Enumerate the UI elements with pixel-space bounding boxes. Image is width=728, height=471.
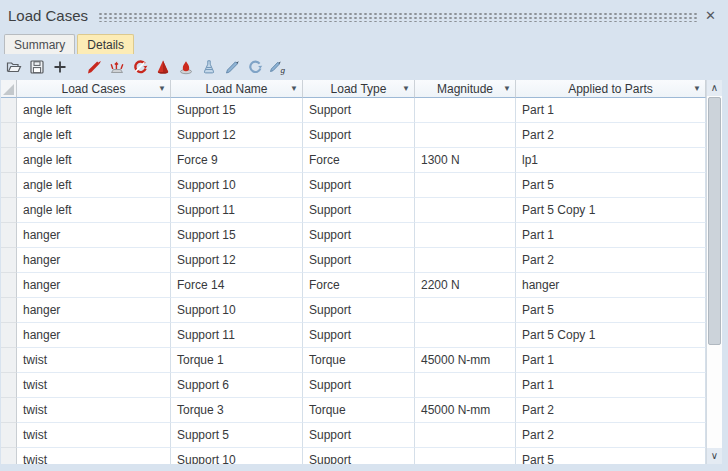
table-cell[interactable]: Support	[303, 198, 415, 223]
table-cell[interactable]: Torque	[303, 398, 415, 423]
add-button[interactable]	[49, 57, 70, 78]
table-cell[interactable]	[415, 373, 516, 398]
table-cell[interactable]: twist	[17, 423, 171, 448]
force-load-button[interactable]	[83, 57, 104, 78]
table-cell[interactable]: Torque 3	[171, 398, 303, 423]
table-cell[interactable]: hanger	[17, 248, 171, 273]
table-cell[interactable]	[415, 448, 516, 464]
pressure-load-button[interactable]	[152, 57, 173, 78]
table-cell[interactable]: Part 5	[516, 173, 706, 198]
close-icon[interactable]: ✕	[705, 8, 716, 23]
row-header[interactable]	[1, 398, 17, 423]
table-cell[interactable]: hanger	[17, 323, 171, 348]
table-cell[interactable]	[415, 98, 516, 123]
table-cell[interactable]: angle left	[17, 123, 171, 148]
filter-dropdown-icon[interactable]: ▼	[503, 85, 511, 93]
table-cell[interactable]: Part 1	[516, 348, 706, 373]
table-cell[interactable]: hanger	[17, 223, 171, 248]
table-cell[interactable]: twist	[17, 398, 171, 423]
table-cell[interactable]	[415, 423, 516, 448]
row-header[interactable]	[1, 98, 17, 123]
table-cell[interactable]: Torque 1	[171, 348, 303, 373]
tab-summary[interactable]: Summary	[4, 34, 75, 54]
table-cell[interactable]: Part 5	[516, 298, 706, 323]
vertical-scrollbar[interactable]: ∧ ∨	[706, 80, 722, 464]
select-all-corner[interactable]	[1, 80, 17, 98]
tab-details[interactable]: Details	[77, 34, 134, 54]
table-cell[interactable]: Support 12	[171, 123, 303, 148]
table-cell[interactable]: Support 11	[171, 198, 303, 223]
table-cell[interactable]	[415, 198, 516, 223]
column-header-load-type[interactable]: Load Type▼	[303, 80, 415, 98]
table-cell[interactable]: Support 15	[171, 98, 303, 123]
table-cell[interactable]: angle left	[17, 148, 171, 173]
table-cell[interactable]	[415, 123, 516, 148]
row-header[interactable]	[1, 273, 17, 298]
hydrostatic-load-button[interactable]	[198, 57, 219, 78]
table-cell[interactable]: twist	[17, 373, 171, 398]
table-cell[interactable]: Support	[303, 323, 415, 348]
table-cell[interactable]: Support	[303, 423, 415, 448]
probe-button[interactable]	[221, 57, 242, 78]
table-cell[interactable]: Support 10	[171, 173, 303, 198]
table-cell[interactable]: Support 10	[171, 298, 303, 323]
table-cell[interactable]: 1300 N	[415, 148, 516, 173]
row-header[interactable]	[1, 198, 17, 223]
table-cell[interactable]: Support	[303, 248, 415, 273]
scroll-up-button[interactable]: ∧	[707, 80, 722, 96]
row-header[interactable]	[1, 373, 17, 398]
row-header[interactable]	[1, 223, 17, 248]
table-cell[interactable]	[415, 248, 516, 273]
table-cell[interactable]: Support	[303, 373, 415, 398]
angular-velocity-button[interactable]	[244, 57, 265, 78]
table-cell[interactable]: Force	[303, 273, 415, 298]
table-cell[interactable]: Force 9	[171, 148, 303, 173]
row-header[interactable]	[1, 423, 17, 448]
save-button[interactable]	[26, 57, 47, 78]
row-header[interactable]	[1, 148, 17, 173]
column-header-magnitude[interactable]: Magnitude▼	[415, 80, 516, 98]
column-header-load-name[interactable]: Load Name▼	[171, 80, 303, 98]
thermal-load-button[interactable]	[175, 57, 196, 78]
table-cell[interactable]: Torque	[303, 348, 415, 373]
row-header[interactable]	[1, 298, 17, 323]
table-cell[interactable]: 45000 N-mm	[415, 348, 516, 373]
table-cell[interactable]: Support	[303, 448, 415, 464]
bearing-load-button[interactable]	[106, 57, 127, 78]
table-cell[interactable]: Support 5	[171, 423, 303, 448]
row-header[interactable]	[1, 348, 17, 373]
table-cell[interactable]: angle left	[17, 198, 171, 223]
table-cell[interactable]: Support 6	[171, 373, 303, 398]
table-cell[interactable]	[415, 173, 516, 198]
table-cell[interactable]: Force	[303, 148, 415, 173]
gravity-button[interactable]: g	[267, 57, 288, 78]
table-cell[interactable]: Part 5 Copy 1	[516, 323, 706, 348]
table-cell[interactable]: Support 11	[171, 323, 303, 348]
table-cell[interactable]: Support	[303, 223, 415, 248]
table-cell[interactable]: Support	[303, 173, 415, 198]
table-cell[interactable]: 45000 N-mm	[415, 398, 516, 423]
table-cell[interactable]: lp1	[516, 148, 706, 173]
table-cell[interactable]: Part 2	[516, 423, 706, 448]
table-cell[interactable]: Support 12	[171, 248, 303, 273]
open-folder-button[interactable]	[3, 57, 24, 78]
table-cell[interactable]	[415, 298, 516, 323]
scrollbar-thumb[interactable]	[708, 97, 721, 345]
table-cell[interactable]: Part 1	[516, 223, 706, 248]
table-cell[interactable]: Part 5 Copy 1	[516, 198, 706, 223]
row-header[interactable]	[1, 248, 17, 273]
table-cell[interactable]: hanger	[516, 273, 706, 298]
table-cell[interactable]: angle left	[17, 98, 171, 123]
table-cell[interactable]: hanger	[17, 273, 171, 298]
table-cell[interactable]: Part 1	[516, 98, 706, 123]
row-header[interactable]	[1, 123, 17, 148]
table-cell[interactable]: twist	[17, 448, 171, 464]
drag-grip[interactable]	[98, 11, 697, 22]
filter-dropdown-icon[interactable]: ▼	[158, 85, 166, 93]
table-cell[interactable]: angle left	[17, 173, 171, 198]
table-cell[interactable]: Support 10	[171, 448, 303, 464]
table-cell[interactable]: Support	[303, 123, 415, 148]
torque-load-button[interactable]	[129, 57, 150, 78]
table-cell[interactable]: Part 5	[516, 448, 706, 464]
table-cell[interactable]: Force 14	[171, 273, 303, 298]
